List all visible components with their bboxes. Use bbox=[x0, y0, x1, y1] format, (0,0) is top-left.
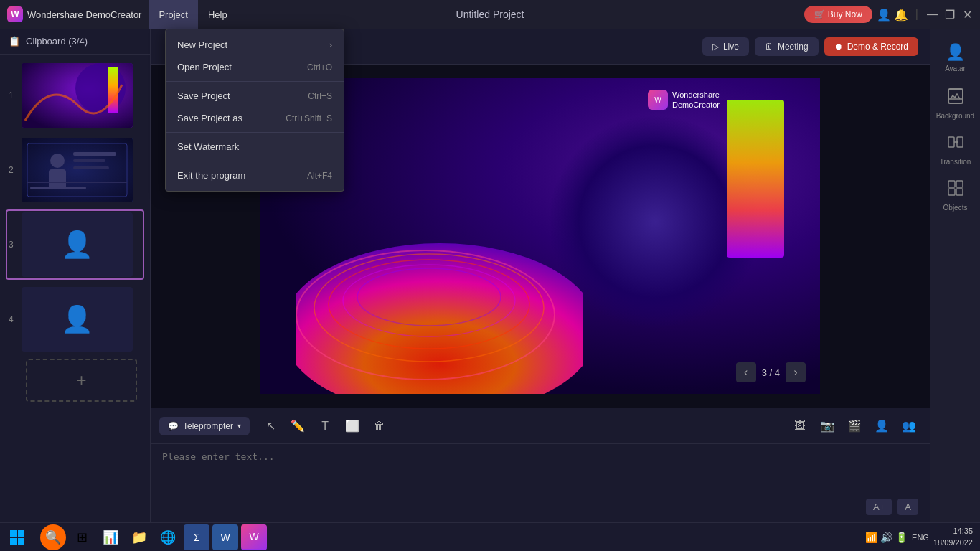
pen-tool-button[interactable]: ✏️ bbox=[286, 414, 310, 438]
close-button[interactable]: ✕ bbox=[961, 9, 973, 20]
clip-thumb-4: 👤 bbox=[22, 287, 133, 352]
clip-thumb-2 bbox=[22, 138, 133, 202]
app-logo: W Wondershare DemoCreator bbox=[0, 6, 149, 22]
taskbar-notification-area: 📶 🔊 🔋 bbox=[865, 532, 908, 543]
taskbar-widgets[interactable]: ⊞ bbox=[69, 524, 95, 550]
bottom-toolbar: 💬 Teleprompter ▾ ↖ ✏️ T ⬜ 🗑 🖼 📷 🎬 👤 👥 bbox=[151, 408, 930, 443]
record-icon: ⏺ bbox=[834, 42, 843, 52]
background-sidebar-label: Background bbox=[936, 112, 974, 120]
shape-tool-button[interactable]: ⬜ bbox=[340, 414, 364, 438]
svg-rect-11 bbox=[30, 187, 52, 189]
select-tool-button[interactable]: ↖ bbox=[258, 414, 283, 438]
transition-sidebar-label: Transition bbox=[940, 158, 971, 166]
clip-item-4[interactable]: 4 👤 bbox=[6, 284, 144, 354]
thumb-1-art bbox=[22, 63, 133, 128]
arrow-icon: › bbox=[329, 39, 332, 50]
image-tool-button[interactable]: 🖼 bbox=[788, 414, 812, 438]
taskbar-volume[interactable]: 🔊 bbox=[880, 532, 892, 543]
left-sidebar: 📋 Clipboard (3/4) 1 bbox=[0, 29, 151, 522]
clip-item-3[interactable]: 3 👤 bbox=[6, 209, 144, 280]
menu-project[interactable]: Project bbox=[149, 0, 197, 29]
notification-button[interactable]: 🔔 bbox=[895, 9, 907, 20]
taskbar-chrome[interactable]: 🌐 bbox=[155, 524, 181, 550]
dropdown-save-project[interactable]: Save Project Ctrl+S bbox=[166, 85, 344, 107]
live-button[interactable]: ▷ Live bbox=[702, 37, 749, 56]
minimize-button[interactable]: — bbox=[927, 9, 938, 20]
taskbar-date: 18/09/2022 bbox=[933, 537, 973, 548]
delete-tool-button[interactable]: 🗑 bbox=[367, 414, 392, 438]
person-silhouette-3: 👤 bbox=[61, 230, 93, 260]
svg-rect-2 bbox=[108, 67, 118, 113]
color-accent-bar bbox=[727, 100, 784, 258]
thumb-2-art bbox=[22, 138, 133, 202]
watermark: W Wondershare DemoCreator bbox=[648, 90, 720, 110]
clip-item-2[interactable]: 2 bbox=[6, 135, 144, 205]
start-button[interactable] bbox=[0, 523, 34, 552]
watermark-text: Wondershare DemoCreator bbox=[672, 90, 720, 110]
sidebar-transition[interactable]: Transition bbox=[934, 128, 977, 171]
svg-rect-12 bbox=[57, 187, 86, 189]
taskbar-battery[interactable]: 🔋 bbox=[895, 532, 908, 543]
prev-page-button[interactable]: ‹ bbox=[736, 362, 756, 382]
new-project-label: New Project bbox=[177, 39, 227, 50]
font-size-decrease-button[interactable]: A bbox=[897, 499, 918, 515]
next-page-button[interactable]: › bbox=[786, 362, 806, 382]
svg-rect-24 bbox=[956, 181, 963, 187]
text-tool-button[interactable]: T bbox=[313, 414, 337, 438]
video-tool-button[interactable]: 🎬 bbox=[842, 414, 867, 438]
dropdown-save-project-as[interactable]: Save Project as Ctrl+Shift+S bbox=[166, 107, 344, 129]
taskbar-app5[interactable]: Σ bbox=[184, 524, 209, 550]
sidebar-objects[interactable]: Objects bbox=[934, 174, 977, 217]
background-icon bbox=[947, 88, 964, 109]
clip-number-3: 3 bbox=[9, 240, 22, 250]
dropdown-open-project[interactable]: Open Project Ctrl+O bbox=[166, 56, 344, 78]
add-clip-button[interactable]: + bbox=[26, 359, 137, 402]
teleprompter-text-input[interactable] bbox=[162, 451, 918, 496]
clip-number-4: 4 bbox=[9, 314, 22, 324]
meeting-button[interactable]: 🗓 Meeting bbox=[755, 37, 819, 56]
watermark-logo: W bbox=[648, 90, 668, 110]
taskbar-wifi[interactable]: 📶 bbox=[865, 532, 877, 543]
top-right-buttons: ▷ Live 🗓 Meeting ⏺ Demo & Record bbox=[702, 37, 918, 56]
buy-now-button[interactable]: 🛒 Buy Now bbox=[804, 6, 872, 23]
svg-rect-25 bbox=[948, 189, 955, 195]
clip-thumb-1 bbox=[22, 63, 133, 128]
teleprompter-button[interactable]: 💬 Teleprompter ▾ bbox=[159, 417, 250, 435]
svg-rect-6 bbox=[49, 169, 66, 189]
taskbar-app6[interactable]: W bbox=[212, 524, 238, 550]
svg-rect-21 bbox=[948, 137, 954, 147]
taskbar-search[interactable]: 🔍 bbox=[40, 524, 66, 550]
font-size-increase-button[interactable]: A+ bbox=[866, 499, 892, 515]
divider-1 bbox=[166, 81, 344, 82]
windows-logo bbox=[10, 530, 24, 545]
project-title: Untitled Project bbox=[456, 9, 524, 20]
clip-item-1[interactable]: 1 bbox=[6, 60, 144, 131]
set-watermark-label: Set Watermark bbox=[177, 141, 239, 152]
sidebar-background[interactable]: Background bbox=[934, 82, 977, 125]
person-tool-button[interactable]: 👤 bbox=[870, 414, 894, 438]
teleprompter-icon: 💬 bbox=[168, 421, 179, 431]
taskbar-democreator[interactable]: W bbox=[241, 524, 267, 550]
taskbar-clock: 14:35 18/09/2022 bbox=[933, 526, 973, 548]
preview-canvas: W Wondershare DemoCreator ‹ 3 / 4 › bbox=[260, 78, 820, 394]
page-navigation: ‹ 3 / 4 › bbox=[736, 362, 806, 382]
restore-button[interactable]: ❐ bbox=[944, 9, 956, 20]
menu-help[interactable]: Help bbox=[198, 0, 237, 29]
taskbar-powerpoint[interactable]: 📊 bbox=[98, 524, 123, 550]
person-silhouette-4: 👤 bbox=[61, 304, 93, 334]
sidebar-avatar[interactable]: 👤 Avatar bbox=[934, 36, 977, 79]
dropdown-set-watermark[interactable]: Set Watermark bbox=[166, 136, 344, 158]
dropdown-exit[interactable]: Exit the program Alt+F4 bbox=[166, 164, 344, 187]
demo-record-label: Demo & Record bbox=[847, 42, 908, 52]
group-tool-button[interactable]: 👥 bbox=[897, 414, 921, 438]
right-tool-buttons: 🖼 📷 🎬 👤 👥 bbox=[788, 414, 921, 438]
open-project-label: Open Project bbox=[177, 62, 232, 72]
taskbar-file-explorer[interactable]: 📁 bbox=[126, 524, 152, 550]
transition-icon bbox=[947, 133, 964, 155]
clipboard-header: 📋 Clipboard (3/4) bbox=[0, 29, 150, 55]
screenshot-button[interactable]: 📷 bbox=[815, 414, 839, 438]
taskbar-right: 📶 🔊 🔋 ENG 14:35 18/09/2022 bbox=[865, 526, 980, 548]
user-icon-button[interactable]: 👤 bbox=[878, 9, 890, 20]
demo-record-button[interactable]: ⏺ Demo & Record bbox=[824, 37, 918, 56]
dropdown-new-project[interactable]: New Project › bbox=[166, 34, 344, 56]
